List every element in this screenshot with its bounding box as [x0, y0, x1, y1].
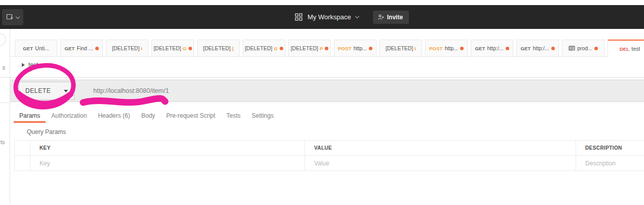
tab-title: [DELETED] [245, 45, 272, 51]
unsaved-dot-icon [325, 47, 328, 50]
tab-title: prod... [577, 45, 592, 51]
tab-title: test [631, 46, 640, 52]
sidebar-divider [0, 102, 10, 103]
description-placeholder: Description [585, 160, 616, 167]
tab-label: Tests [226, 112, 241, 119]
tab-title: Unti... [35, 45, 49, 51]
request-tab[interactable]: POST http... [425, 40, 468, 56]
unsaved-dot-icon [95, 47, 99, 50]
request-tab[interactable]: [DELETED] I [380, 40, 422, 56]
tab-title: [DELETED] [386, 45, 413, 51]
tab-label: Body [141, 112, 155, 119]
tab-method: POST [429, 46, 443, 51]
unsaved-dot-icon [551, 47, 555, 50]
tab-title-suffix: P [320, 46, 323, 51]
query-params-table: KEY VALUE DESCRIPTION Key Value Descript… [14, 140, 644, 171]
key-placeholder: Key [40, 160, 50, 167]
request-url-bar: DELETE [10, 80, 644, 102]
request-tab[interactable]: POST http... [334, 40, 376, 56]
row-handle-cell [15, 156, 30, 170]
tab-tests[interactable]: Tests [221, 110, 246, 123]
horizontal-divider [0, 77, 644, 78]
tab-title: http:/... [487, 45, 504, 51]
unsaved-dot-icon [506, 47, 509, 50]
value-input-cell[interactable]: Value [305, 156, 576, 170]
tab-title: http:/... [533, 45, 549, 51]
chevron-down-icon [355, 14, 359, 18]
url-input[interactable] [82, 80, 644, 101]
value-header-cell: VALUE [305, 141, 576, 155]
method-dropdown[interactable]: DELETE [19, 82, 74, 100]
tab-title-suffix: G [182, 46, 186, 51]
tab-method: DEL [620, 46, 630, 52]
unsaved-dot-icon [369, 47, 372, 50]
workspace-grid-icon [295, 13, 302, 21]
tab-title-suffix: G [274, 46, 277, 51]
request-tab[interactable]: GET Find ... [60, 40, 103, 56]
workspace-name: My Workspace [308, 13, 351, 21]
tab-title: [DELETED] [112, 45, 139, 51]
tab-label: Authorization [51, 112, 87, 119]
tab-scroll-pill[interactable] [0, 33, 6, 46]
unsaved-dot-icon [460, 47, 464, 50]
tab-method: GET [520, 46, 531, 51]
key-header-cell: KEY [30, 141, 305, 155]
tab-label: Pre-request Script [166, 112, 215, 119]
new-window-icon [6, 14, 14, 21]
key-input-cell[interactable]: Key [30, 156, 305, 170]
unsaved-dot-icon [188, 47, 192, 50]
workspace-switcher[interactable]: My Workspace Invite [295, 5, 409, 29]
postman-window: My Workspace Invite ll ts GET Unti... [0, 0, 644, 205]
tab-title: Find ... [77, 45, 93, 51]
tab-title: http... [354, 45, 367, 51]
tab-title: [DELETED] [203, 45, 231, 51]
request-tab[interactable]: GET Unti... [15, 40, 57, 56]
tab-label: Settings [252, 112, 274, 119]
request-tab[interactable]: GET http:/... [471, 40, 513, 56]
tab-body[interactable]: Body [136, 110, 161, 123]
method-label: DELETE [25, 87, 51, 94]
value-placeholder: Value [314, 160, 329, 167]
person-plus-icon [377, 14, 384, 20]
tab-authorization[interactable]: Authorization [46, 110, 92, 123]
request-tab[interactable]: [DELETED] P [288, 40, 331, 56]
sidebar-text-fragment: ts [1, 139, 5, 145]
expand-arrow-icon [22, 63, 25, 67]
tab-headers[interactable]: Headers (6) [92, 110, 135, 123]
tab-title: http... [445, 45, 458, 51]
invite-button-label: Invite [387, 14, 403, 21]
tab-method: GET [64, 46, 74, 51]
request-tab[interactable]: GET http:/... [516, 40, 559, 56]
tab-label: Headers (6) [98, 112, 130, 119]
tab-label: Params [19, 112, 40, 119]
invite-button[interactable]: Invite [373, 11, 409, 24]
environment-tab[interactable]: e.g prod... [562, 40, 604, 56]
tab-title-suffix: I [414, 46, 416, 51]
sidebar-sliver: ll ts [0, 29, 10, 205]
request-editor-tabs: Params Authorization Headers (6) Body Pr… [14, 110, 279, 123]
collection-name: test [28, 61, 38, 69]
request-tab[interactable]: [DELETED] G [243, 40, 285, 56]
new-tab-button[interactable] [2, 9, 23, 25]
table-header-row: KEY VALUE DESCRIPTION [15, 141, 644, 156]
query-params-title: Query Params [27, 128, 66, 135]
column-header: VALUE [314, 145, 332, 151]
tab-pre-request-script[interactable]: Pre-request Script [161, 110, 221, 123]
tab-title: [DELETED] [154, 45, 181, 51]
tab-title: [DELETED] [291, 45, 318, 51]
request-tab[interactable]: [DELETED] G [151, 40, 194, 56]
description-input-cell[interactable]: Description [576, 156, 644, 170]
request-tab[interactable]: [DELETED] I [106, 40, 148, 56]
collection-breadcrumb[interactable]: test [22, 61, 38, 69]
column-header: DESCRIPTION [585, 145, 622, 151]
description-header-cell: DESCRIPTION [576, 141, 644, 155]
pink-marker-annotation [0, 0, 644, 205]
request-tab-active[interactable]: DEL test [608, 40, 644, 57]
tab-method: GET [23, 46, 33, 51]
tab-settings[interactable]: Settings [246, 110, 279, 123]
row-handle-cell [15, 141, 30, 155]
unsaved-dot-icon [280, 47, 283, 50]
request-tab[interactable]: [DELETED] ( [197, 40, 240, 56]
tab-title-suffix: I [141, 46, 142, 51]
tab-params[interactable]: Params [14, 110, 46, 123]
